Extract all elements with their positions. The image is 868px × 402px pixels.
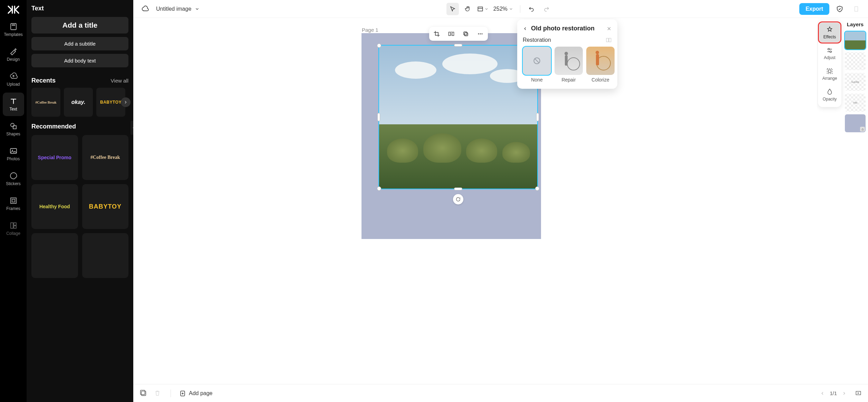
rotate-handle[interactable] xyxy=(453,194,463,204)
rail-stickers[interactable]: Stickers xyxy=(3,167,24,191)
svg-point-18 xyxy=(480,34,481,35)
app-logo[interactable] xyxy=(5,3,22,17)
option-label: Colorize xyxy=(591,77,609,83)
svg-point-2 xyxy=(11,123,14,127)
opacity-tab[interactable]: Opacity xyxy=(819,85,840,104)
tool-label: Opacity xyxy=(823,97,837,102)
rail-label: Stickers xyxy=(6,181,21,186)
resize-handle[interactable] xyxy=(535,186,539,191)
rail-upload[interactable]: Upload xyxy=(3,68,24,91)
recommended-item[interactable] xyxy=(82,233,129,278)
restoration-label: Restoration xyxy=(523,37,551,43)
recommended-item[interactable]: Special Promo xyxy=(31,135,78,180)
restoration-option-repair[interactable]: Repair xyxy=(554,47,583,83)
tool-label: Effects xyxy=(823,35,836,39)
right-toolbar: Effects Adjust Arrange Opacity xyxy=(817,18,842,384)
rail-text[interactable]: Text xyxy=(3,93,24,116)
layer-thumb[interactable]: Title xyxy=(845,94,866,112)
recommended-item[interactable]: #Coffee Break xyxy=(82,135,129,180)
resize-handle[interactable] xyxy=(454,188,462,190)
restoration-option-colorize[interactable]: Colorize xyxy=(586,47,615,83)
layer-thumb[interactable] xyxy=(845,114,866,132)
back-icon[interactable] xyxy=(523,26,528,31)
resize-handle[interactable] xyxy=(377,44,381,48)
layers-panel: Layers Subtitle Title xyxy=(842,18,868,384)
rail-label: Upload xyxy=(7,82,20,87)
view-all-link[interactable]: View all xyxy=(111,78,128,84)
shield-icon[interactable] xyxy=(833,3,846,15)
svg-point-19 xyxy=(482,34,483,35)
document-title[interactable]: Untitled image xyxy=(156,6,200,12)
svg-rect-7 xyxy=(12,199,15,202)
rail-collage[interactable]: Collage xyxy=(3,217,24,240)
crop-button[interactable] xyxy=(433,30,441,38)
rail-templates[interactable]: Templates xyxy=(3,18,24,41)
recent-item[interactable]: #Coffee Break xyxy=(31,88,60,117)
present-button[interactable] xyxy=(855,390,862,397)
svg-rect-24 xyxy=(565,55,568,66)
restoration-option-none[interactable]: None xyxy=(523,47,551,83)
adjust-tab[interactable]: Adjust xyxy=(819,44,840,63)
add-subtitle-button[interactable]: Add a subtitle xyxy=(31,37,128,50)
cloud-sync-icon[interactable] xyxy=(139,3,151,15)
rail-label: Templates xyxy=(4,32,23,37)
layer-thumb[interactable] xyxy=(845,52,866,70)
effects-tab[interactable]: Effects xyxy=(819,23,840,42)
prev-page-button[interactable] xyxy=(820,391,825,396)
more-menu[interactable] xyxy=(850,3,862,15)
rail-label: Collage xyxy=(6,231,20,236)
image-sky xyxy=(379,46,537,124)
canvas-size-dropdown[interactable] xyxy=(477,3,489,15)
page-indicator: 1/1 xyxy=(830,390,837,396)
svg-rect-6 xyxy=(11,198,16,203)
selected-image[interactable] xyxy=(378,45,538,189)
rail-frames[interactable]: Frames xyxy=(3,192,24,216)
pages-overview-button[interactable] xyxy=(139,389,148,398)
zoom-dropdown[interactable]: 252% xyxy=(491,6,515,12)
svg-rect-13 xyxy=(449,32,451,36)
rail-design[interactable]: Design xyxy=(3,43,24,66)
resize-handle[interactable] xyxy=(536,113,539,121)
add-body-button[interactable]: Add body text xyxy=(31,54,128,67)
close-button[interactable] xyxy=(606,26,612,31)
svg-point-28 xyxy=(596,51,599,54)
svg-rect-4 xyxy=(10,149,17,153)
redo-button[interactable] xyxy=(540,3,553,15)
resize-handle[interactable] xyxy=(377,113,380,121)
arrange-tab[interactable]: Arrange xyxy=(819,64,840,84)
layer-thumb[interactable]: Subtitle xyxy=(845,73,866,91)
rail-photos[interactable]: Photos xyxy=(3,142,24,166)
recommended-item[interactable]: BABYTOY xyxy=(82,184,129,229)
undo-button[interactable] xyxy=(525,3,538,15)
svg-point-23 xyxy=(567,58,580,70)
tool-label: Adjust xyxy=(824,55,835,60)
duplicate-button[interactable] xyxy=(462,30,470,38)
svg-point-17 xyxy=(478,34,479,35)
recommended-grid: Special Promo #Coffee Break Healthy Food… xyxy=(31,135,128,278)
text-panel: Text Add a title Add a subtitle Add body… xyxy=(27,0,133,402)
recents-next-button[interactable] xyxy=(121,97,131,107)
compare-icon[interactable] xyxy=(606,37,612,43)
add-page-button[interactable]: Add page xyxy=(179,390,213,397)
next-page-button[interactable] xyxy=(842,391,847,396)
select-tool[interactable] xyxy=(446,3,459,15)
resize-handle[interactable] xyxy=(454,44,462,47)
hand-tool[interactable] xyxy=(462,3,474,15)
rail-shapes[interactable]: Shapes xyxy=(3,117,24,141)
svg-rect-27 xyxy=(596,54,599,65)
add-title-button[interactable]: Add a title xyxy=(31,17,128,34)
recommended-item[interactable]: Healthy Food xyxy=(31,184,78,229)
chevron-down-icon xyxy=(195,7,200,11)
export-button[interactable]: Export xyxy=(799,3,829,15)
flip-button[interactable] xyxy=(447,30,455,38)
canvas[interactable]: Page 1 xyxy=(133,18,817,384)
add-page-label: Add page xyxy=(189,390,213,396)
delete-page-button[interactable] xyxy=(154,389,162,398)
recommended-item[interactable] xyxy=(31,233,78,278)
layer-thumb[interactable] xyxy=(845,31,866,49)
more-options-button[interactable] xyxy=(476,30,484,38)
recent-item[interactable]: okay. xyxy=(64,88,93,117)
main-area: Untitled image 252% xyxy=(133,0,868,402)
rail-label: Shapes xyxy=(6,132,20,136)
resize-handle[interactable] xyxy=(377,186,381,191)
